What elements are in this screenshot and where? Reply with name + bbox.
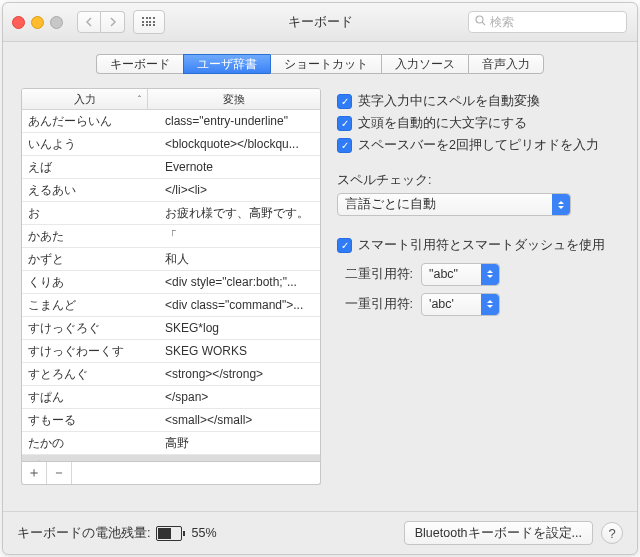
cell-input[interactable]: えば [22, 156, 159, 178]
table-row[interactable]: ばつ× [22, 455, 320, 462]
search-input[interactable]: 検索 [468, 11, 627, 33]
minimize-icon[interactable] [31, 16, 44, 29]
body: キーボード ユーザ辞書 ショートカット 入力ソース 音声入力 入力ˆ 変換 あん… [3, 42, 637, 511]
back-button[interactable] [77, 11, 101, 33]
chevron-updown-icon [552, 194, 570, 215]
table-row[interactable]: すけっぐわーくすSKEG WORKS [22, 340, 320, 363]
cell-input[interactable]: お [22, 202, 159, 224]
chevron-updown-icon [481, 294, 499, 315]
cell-input[interactable]: あんだーらいん [22, 110, 159, 132]
cell-output[interactable]: × [159, 455, 320, 462]
cell-output[interactable]: お疲れ様です、高野です。 [159, 202, 320, 224]
search-icon [475, 15, 486, 29]
cell-output[interactable]: <div class="command">... [159, 294, 320, 316]
cell-input[interactable]: すけっぐわーくす [22, 340, 159, 362]
cell-output[interactable]: <div style="clear:both;"... [159, 271, 320, 293]
bluetooth-setup-button[interactable]: Bluetoothキーボードを設定... [404, 521, 593, 545]
table-buttons: ＋ － [21, 462, 321, 485]
cell-output[interactable]: </li><li> [159, 179, 320, 201]
table-row[interactable]: あんだーらいんclass="entry-underline" [22, 110, 320, 133]
battery-icon [156, 526, 185, 541]
cell-output[interactable]: <strong></strong> [159, 363, 320, 385]
cell-input[interactable]: たかの [22, 432, 159, 454]
table-row[interactable]: いんよう<blockquote></blockqu... [22, 133, 320, 156]
cell-input[interactable]: いんよう [22, 133, 159, 155]
opt-double-space-period[interactable]: ✓ スペースバーを2回押してピリオドを入力 [337, 134, 619, 156]
plus-icon: ＋ [27, 464, 41, 482]
cell-input[interactable]: すとろんぐ [22, 363, 159, 385]
cell-output[interactable]: <blockquote></blockqu... [159, 133, 320, 155]
add-button[interactable]: ＋ [22, 462, 47, 484]
cell-output[interactable]: SKEG WORKS [159, 340, 320, 362]
table-row[interactable]: たかの高野 [22, 432, 320, 455]
table-row[interactable]: くりあ<div style="clear:both;"... [22, 271, 320, 294]
cell-input[interactable]: かずと [22, 248, 159, 270]
footer: キーボードの電池残量: 55% Bluetoothキーボードを設定... ? [3, 511, 637, 554]
cell-input[interactable]: くりあ [22, 271, 159, 293]
single-quote-select[interactable]: 'abc' [421, 293, 500, 316]
chevron-updown-icon [481, 264, 499, 285]
titlebar: キーボード 検索 [3, 3, 637, 42]
spellcheck-label: スペルチェック: [337, 172, 619, 189]
cell-input[interactable]: すもーる [22, 409, 159, 431]
help-button[interactable]: ? [601, 522, 623, 544]
checkbox-icon: ✓ [337, 94, 352, 109]
minus-icon: － [52, 464, 66, 482]
table-row[interactable]: すとろんぐ<strong></strong> [22, 363, 320, 386]
col-input[interactable]: 入力ˆ [22, 89, 148, 109]
checkbox-icon: ✓ [337, 138, 352, 153]
tab-user-dictionary[interactable]: ユーザ辞書 [183, 54, 270, 74]
cell-input[interactable]: ばつ [22, 455, 159, 462]
cell-output[interactable]: 和人 [159, 248, 320, 270]
table-row[interactable]: えばEvernote [22, 156, 320, 179]
double-quote-row: 二重引用符: "abc" [337, 262, 619, 286]
table-row[interactable]: かずと和人 [22, 248, 320, 271]
tab-shortcuts[interactable]: ショートカット [270, 54, 381, 74]
single-quote-row: 一重引用符: 'abc' [337, 292, 619, 316]
cell-output[interactable]: Evernote [159, 156, 320, 178]
tab-bar: キーボード ユーザ辞書 ショートカット 入力ソース 音声入力 [21, 54, 619, 74]
table-header: 入力ˆ 変換 [22, 89, 320, 110]
tab-keyboard[interactable]: キーボード [96, 54, 183, 74]
tab-dictation[interactable]: 音声入力 [468, 54, 544, 74]
zoom-icon [50, 16, 63, 29]
table-row[interactable]: すもーる<small></small> [22, 409, 320, 432]
cell-output[interactable]: SKEG*log [159, 317, 320, 339]
cell-input[interactable]: こまんど [22, 294, 159, 316]
table-row[interactable]: おお疲れ様です、高野です。 [22, 202, 320, 225]
table-row[interactable]: すぱん</span> [22, 386, 320, 409]
cell-input[interactable]: かあた [22, 225, 159, 247]
single-quote-label: 一重引用符: [337, 296, 413, 313]
table-row[interactable]: えるあい</li><li> [22, 179, 320, 202]
preferences-window: キーボード 検索 キーボード ユーザ辞書 ショートカット 入力ソース 音声入力 … [2, 2, 638, 555]
cell-output[interactable]: 「 [159, 225, 320, 247]
cell-output[interactable]: <small></small> [159, 409, 320, 431]
cell-output[interactable]: 高野 [159, 432, 320, 454]
battery-value: 55% [191, 526, 216, 540]
spellcheck-select[interactable]: 言語ごとに自動 [337, 193, 571, 216]
cell-input[interactable]: えるあい [22, 179, 159, 201]
close-icon[interactable] [12, 16, 25, 29]
nav-buttons [77, 11, 125, 33]
options-panel: ✓ 英字入力中にスペルを自動変換 ✓ 文頭を自動的に大文字にする ✓ スペースバ… [337, 88, 619, 501]
show-all-button[interactable] [133, 10, 165, 34]
tab-input-sources[interactable]: 入力ソース [381, 54, 468, 74]
opt-smart-quotes[interactable]: ✓ スマート引用符とスマートダッシュを使用 [337, 234, 619, 256]
cell-output[interactable]: </span> [159, 386, 320, 408]
checkbox-icon: ✓ [337, 116, 352, 131]
double-quote-select[interactable]: "abc" [421, 263, 500, 286]
checkbox-icon: ✓ [337, 238, 352, 253]
cell-input[interactable]: すぱん [22, 386, 159, 408]
table-row[interactable]: かあた「 [22, 225, 320, 248]
cell-input[interactable]: すけっぐろぐ [22, 317, 159, 339]
table-row[interactable]: すけっぐろぐSKEG*log [22, 317, 320, 340]
remove-button[interactable]: － [47, 462, 72, 484]
forward-button[interactable] [101, 11, 125, 33]
dictionary-table[interactable]: 入力ˆ 変換 あんだーらいんclass="entry-underline"いんよ… [21, 88, 321, 462]
col-output[interactable]: 変換 [148, 89, 320, 109]
table-row[interactable]: こまんど<div class="command">... [22, 294, 320, 317]
opt-capitalize[interactable]: ✓ 文頭を自動的に大文字にする [337, 112, 619, 134]
opt-spell-correct[interactable]: ✓ 英字入力中にスペルを自動変換 [337, 90, 619, 112]
help-icon: ? [608, 526, 615, 541]
cell-output[interactable]: class="entry-underline" [159, 110, 320, 132]
